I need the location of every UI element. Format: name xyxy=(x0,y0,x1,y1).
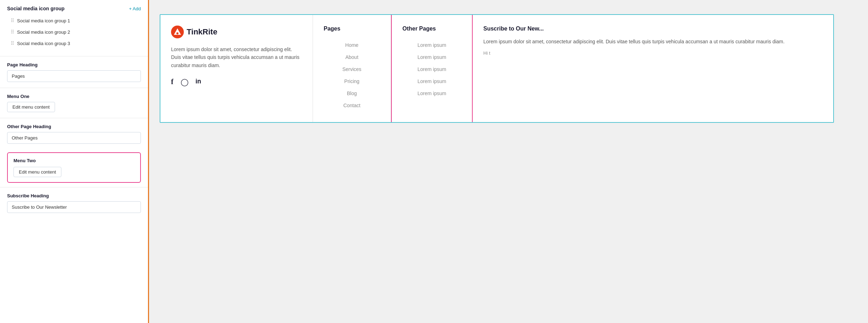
divider-4 xyxy=(0,187,148,187)
brand-description: Lorem ipsum dolor sit amet, consectetur … xyxy=(171,45,302,69)
nav-item-pricing[interactable]: Pricing xyxy=(324,75,380,87)
nav-item-blog[interactable]: Blog xyxy=(324,87,380,99)
other-pages-column-heading: Other Pages xyxy=(402,26,461,32)
divider-2 xyxy=(0,88,148,88)
add-social-media-link[interactable]: + Add xyxy=(129,6,141,11)
social-media-header: Social media icon group + Add xyxy=(7,6,141,11)
drag-icon-2: ⠿ xyxy=(11,29,14,35)
pages-column-heading: Pages xyxy=(324,26,380,32)
footer-pages-column: Pages Home About Services Pricing Blog C… xyxy=(313,15,391,122)
page-heading-section: Page Heading xyxy=(0,58,148,86)
other-nav-item-5[interactable]: Lorem ipsum xyxy=(402,87,461,99)
other-nav-item-2[interactable]: Lorem ipsum xyxy=(402,51,461,63)
nav-item-about[interactable]: About xyxy=(324,51,380,63)
drag-icon-3: ⠿ xyxy=(11,40,14,46)
social-media-item-label-2: Social media icon group 2 xyxy=(17,29,70,35)
social-media-section-title: Social media icon group xyxy=(7,6,65,11)
footer-subscribe-column: Suscribe to Our New... Lorem ipsum dolor… xyxy=(473,15,833,122)
other-page-heading-input[interactable] xyxy=(7,132,141,144)
subscribe-heading-input[interactable] xyxy=(7,201,141,213)
drag-icon-1: ⠿ xyxy=(11,18,14,23)
menu-two-label: Menu Two xyxy=(13,158,134,163)
social-icons-group: f ◯ in xyxy=(171,78,302,86)
subscribe-hint-text: Hi t xyxy=(483,50,490,56)
subscribe-col-heading: Suscribe to Our New... xyxy=(483,26,823,32)
facebook-icon: f xyxy=(171,78,174,86)
nav-item-home[interactable]: Home xyxy=(324,39,380,51)
social-media-item-1[interactable]: ⠿ Social media icon group 1 xyxy=(7,15,141,26)
instagram-icon: ◯ xyxy=(181,78,188,86)
menu-one-label: Menu One xyxy=(7,94,141,99)
brand-name-text: TinkRite xyxy=(187,27,217,37)
brand-header: TinkRite xyxy=(171,26,302,38)
svg-point-2 xyxy=(176,32,178,34)
linkedin-icon: in xyxy=(196,78,201,86)
other-page-heading-label: Other Page Heading xyxy=(7,124,141,129)
divider-3 xyxy=(0,118,148,118)
other-nav-item-4[interactable]: Lorem ipsum xyxy=(402,75,461,87)
social-media-item-2[interactable]: ⠿ Social media icon group 2 xyxy=(7,26,141,38)
divider-1 xyxy=(0,56,148,56)
subscribe-heading-section: Subscribe Heading xyxy=(0,189,148,217)
nav-item-contact[interactable]: Contact xyxy=(324,99,380,111)
right-canvas: TinkRite Lorem ipsum dolor sit amet, con… xyxy=(149,0,868,323)
menu-one-section: Menu One Edit menu content xyxy=(0,89,148,116)
menu-one-edit-button[interactable]: Edit menu content xyxy=(7,102,55,112)
other-nav-item-1[interactable]: Lorem ipsum xyxy=(402,39,461,51)
footer-other-pages-column: Other Pages Lorem ipsum Lorem ipsum Lore… xyxy=(391,15,473,122)
subscribe-description: Lorem ipsum dolor sit amet, consectetur … xyxy=(483,38,823,45)
page-heading-label: Page Heading xyxy=(7,62,141,67)
left-panel: Social media icon group + Add ⠿ Social m… xyxy=(0,0,149,323)
footer-brand-column: TinkRite Lorem ipsum dolor sit amet, con… xyxy=(160,15,313,122)
brand-logo-icon xyxy=(171,26,184,38)
other-nav-item-3[interactable]: Lorem ipsum xyxy=(402,63,461,75)
social-media-item-label-3: Social media icon group 3 xyxy=(17,41,70,46)
menu-two-section: Menu Two Edit menu content xyxy=(7,152,141,183)
social-media-item-3[interactable]: ⠿ Social media icon group 3 xyxy=(7,38,141,49)
social-media-group-section: Social media icon group + Add ⠿ Social m… xyxy=(0,0,148,55)
social-media-item-label-1: Social media icon group 1 xyxy=(17,18,70,23)
footer-preview: TinkRite Lorem ipsum dolor sit amet, con… xyxy=(160,14,834,123)
social-media-items-list: ⠿ Social media icon group 1 ⠿ Social med… xyxy=(7,15,141,49)
subscribe-heading-label: Subscribe Heading xyxy=(7,193,141,198)
other-page-heading-section: Other Page Heading xyxy=(0,120,148,148)
menu-two-edit-button[interactable]: Edit menu content xyxy=(13,167,61,177)
nav-item-services[interactable]: Services xyxy=(324,63,380,75)
page-heading-input[interactable] xyxy=(7,70,141,82)
